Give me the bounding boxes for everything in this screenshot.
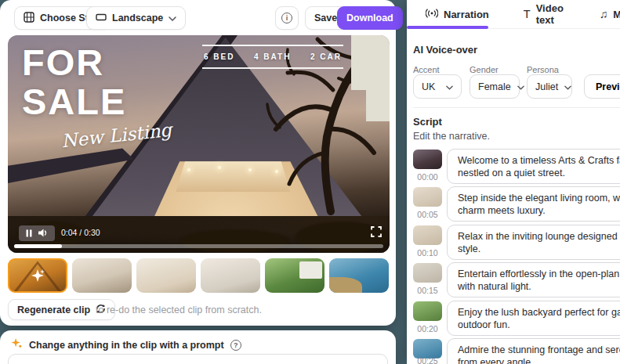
voiceover-heading: AI Voice-over [413,44,477,56]
download-label: Download [346,13,393,23]
orientation-dropdown[interactable]: Landscape [86,6,186,30]
clip-thumbnail-exterior[interactable] [8,258,67,293]
tab-narration[interactable]: Narration [407,0,499,28]
stats-rule-bottom [202,67,343,69]
script-timestamp: 00:00 [413,172,442,182]
script-line-input[interactable]: Step inside the elegant living room, whe… [447,186,620,222]
panel-tabs: Narration T Video text ♫ Music [407,0,620,29]
prompt-title: Change anything in the clip with a promp… [29,340,224,351]
section-divider [413,107,620,108]
gender-value: Female [478,81,511,92]
accent-label: Accent [413,65,440,74]
script-timestamp: 00:10 [413,248,442,258]
persona-label: Persona [527,65,559,74]
chevron-down-icon [446,81,453,92]
regenerate-label: Regenerate clip [17,305,90,315]
tab-narration-label: Narration [444,9,489,20]
preview-voice-button[interactable]: Preview [584,74,620,99]
clip-thumbnail-bedroom[interactable] [136,258,196,293]
gender-label: Gender [470,65,499,74]
orientation-label: Landscape [112,13,163,23]
music-note-icon: ♫ [600,9,608,20]
script-thumb-lounge [413,225,442,245]
pause-icon[interactable] [26,226,32,240]
tab-video-text[interactable]: T Video text [514,0,573,28]
stat-cars: 2 CAR [310,52,342,61]
clip-thumbnail-living-room[interactable] [72,258,132,293]
script-thumb-living-room [413,187,442,207]
tab-video-text-label: Video text [536,2,564,26]
playback-controls[interactable] [19,225,55,241]
help-icon[interactable]: ? [230,340,241,351]
save-label: Save [314,13,337,23]
script-thumb-kitchen [413,263,442,283]
script-thumb-backyard [413,301,442,321]
script-thumb-exterior [413,150,442,169]
template-corner-block [351,35,390,90]
preview-label: Preview [596,81,620,92]
clip-thumbnail-coastline[interactable] [329,258,389,293]
info-icon: i [281,13,292,23]
narration-icon [426,9,438,20]
gender-select[interactable]: Female [470,74,520,99]
download-button[interactable]: Download [337,6,403,30]
tab-music-label: Music [613,9,620,20]
stat-beds: 6 BED [204,52,234,61]
time-display: 0:04 / 0:30 [61,228,100,237]
script-timestamp: 00:05 [413,210,442,219]
stat-baths: 4 BATH [254,52,291,61]
script-timestamp: 00:15 [413,286,442,295]
title-line-1: FOR [22,43,126,82]
persona-value: Juliet [535,81,558,92]
active-tab-underline [407,26,488,29]
text-icon: T [524,9,531,20]
tab-music[interactable]: ♫ Music [590,0,620,28]
script-heading: Script [413,116,442,128]
accent-value: UK [422,81,435,92]
script-line-input[interactable]: Welcome to a timeless Arts & Crafts fami… [447,149,620,184]
script-line-input[interactable]: Relax in the inviting lounge designed fo… [447,225,620,260]
script-timestamp: 00:25 [413,356,442,364]
property-stats-overlay: 6 BED 4 BATH 2 CAR [202,45,343,69]
chevron-down-icon [564,81,571,92]
script-subheading: Edit the narrative. [413,131,490,142]
title-line-2: SALE [22,82,126,121]
accent-select[interactable]: UK [413,74,462,99]
chevron-down-icon [517,81,524,92]
video-title-overlay: FOR SALE [22,43,126,121]
progress-bar[interactable] [14,244,383,248]
fullscreen-icon[interactable] [371,226,382,240]
video-player[interactable]: FOR SALE New Listing 6 BED 4 BATH 2 CAR … [8,35,390,253]
script-timestamp: 00:20 [413,324,442,333]
regenerate-helper-text: to re-do the selected clip from scratch. [96,305,262,315]
script-line-input[interactable]: Entertain effortlessly in the open-plan … [447,262,620,297]
script-line-input[interactable]: Enjoy the lush backyard perfect for gath… [447,301,620,336]
clip-thumbnail-backyard[interactable] [265,258,325,293]
sparkle-icon [11,337,23,352]
chevron-down-icon [169,13,176,23]
progress-fill [14,244,62,248]
sparkle-icon [9,260,66,291]
info-button[interactable]: i [275,6,299,30]
persona-select[interactable]: Juliet [527,74,572,99]
script-line-input[interactable]: Admire the stunning frontage and serene … [447,338,620,364]
style-grid-icon [24,12,34,25]
landscape-icon [96,13,107,24]
prompt-input[interactable] [8,354,388,364]
clip-thumbnail-kitchen[interactable] [201,258,260,293]
volume-icon[interactable] [38,226,48,240]
template-corner-block [366,90,390,121]
